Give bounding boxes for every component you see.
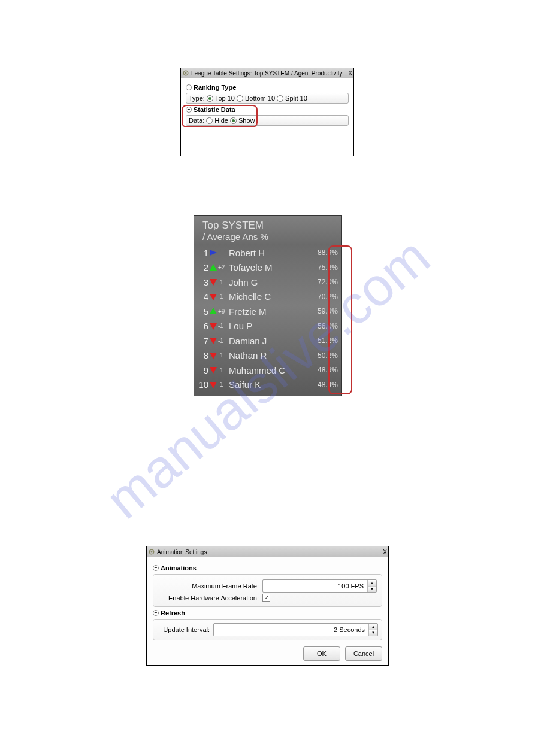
ok-button[interactable]: OK — [303, 646, 340, 661]
percent-value: 70.2% — [312, 293, 338, 301]
league-settings-dialog: League Table Settings: Top SYSTEM / Agen… — [180, 68, 354, 156]
hwaccel-checkbox[interactable]: ✓ — [262, 594, 270, 602]
agent-name: Lou P — [229, 321, 312, 331]
rank: 6 — [198, 321, 208, 331]
radio-hide[interactable] — [206, 117, 213, 124]
trend-arrow-icon — [208, 263, 218, 272]
rank: 4 — [198, 292, 208, 302]
percent-value: 56.0% — [312, 322, 338, 330]
svg-marker-3 — [210, 264, 217, 271]
radio-show[interactable] — [230, 117, 237, 124]
interval-label: Update Interval: — [157, 626, 210, 633]
trend-arrow-icon — [208, 336, 218, 345]
radio-split10-label: Split 10 — [285, 95, 307, 102]
gear-icon — [148, 548, 155, 555]
league-title-1: Top SYSTEM — [202, 220, 335, 232]
radio-top10-label: Top 10 — [215, 95, 235, 102]
percent-value: 50.2% — [312, 351, 338, 360]
section-header-label: Animations — [161, 564, 197, 572]
agent-name: John G — [229, 277, 312, 287]
type-label: Type: — [189, 95, 205, 102]
refresh-group: Update Interval: 2 Seconds ▲▼ — [153, 619, 382, 640]
trend-arrow-icon — [208, 278, 218, 286]
close-icon[interactable]: X — [383, 549, 387, 555]
agent-name: Tofayele M — [229, 262, 312, 272]
trend-arrow-icon — [208, 293, 218, 301]
rank-delta: -1 — [218, 293, 229, 300]
rank-delta: +9 — [218, 308, 229, 315]
section-header-label: Ranking Type — [194, 84, 236, 91]
percent-value: 72.0% — [312, 278, 338, 286]
trend-arrow-icon — [208, 351, 218, 360]
section-header-label: Statistic Data — [194, 106, 235, 113]
spinner-buttons[interactable]: ▲▼ — [367, 580, 376, 592]
league-table: Top SYSTEM / Average Ans % 1Robert H88.9… — [194, 215, 342, 396]
radio-hide-label: Hide — [214, 117, 228, 124]
close-icon[interactable]: X — [348, 70, 352, 77]
collapse-icon[interactable]: − — [153, 610, 159, 616]
framerate-row: Maximum Frame Rate: 100 FPS ▲▼ — [158, 579, 377, 593]
collapse-icon[interactable]: − — [153, 565, 159, 571]
svg-marker-2 — [210, 250, 217, 256]
animations-group: Maximum Frame Rate: 100 FPS ▲▼ Enable Ha… — [153, 574, 382, 607]
statistic-data-header[interactable]: − Statistic Data — [186, 106, 349, 113]
framerate-input[interactable]: 100 FPS ▲▼ — [262, 579, 377, 593]
svg-marker-11 — [210, 382, 217, 388]
hwaccel-label: Enable Hardware Acceleration: — [158, 594, 259, 602]
percent-value: 51.2% — [312, 336, 338, 345]
data-label: Data: — [189, 117, 204, 124]
spin-up-icon[interactable]: ▲ — [369, 624, 377, 630]
trend-arrow-icon — [208, 248, 218, 257]
animations-header[interactable]: − Animations — [153, 564, 382, 572]
rank-delta: -1 — [218, 352, 229, 359]
trend-arrow-icon — [208, 381, 218, 389]
dialog-button-row: OK Cancel — [153, 646, 382, 661]
svg-marker-8 — [210, 338, 217, 344]
percent-value: 88.9% — [312, 248, 338, 257]
percent-value: 48.9% — [312, 366, 338, 374]
cancel-button[interactable]: Cancel — [345, 646, 382, 661]
league-row: 7-1Damian J51.2% — [194, 333, 341, 348]
rank: 7 — [198, 336, 208, 346]
radio-bottom10[interactable] — [237, 95, 243, 102]
league-row: 2+2Tofayele M75.8% — [194, 260, 341, 275]
percent-value: 59.9% — [312, 307, 338, 315]
rank-delta: -1 — [218, 323, 229, 329]
svg-marker-4 — [210, 279, 217, 286]
rank: 3 — [198, 277, 208, 287]
svg-point-13 — [151, 551, 153, 553]
league-row: 3-1John G72.0% — [194, 275, 341, 290]
collapse-icon[interactable]: − — [186, 107, 192, 113]
league-row: 6-1Lou P56.0% — [194, 319, 341, 334]
agent-name: Damian J — [229, 336, 312, 346]
spin-up-icon[interactable]: ▲ — [368, 580, 376, 587]
section-header-label: Refresh — [161, 609, 185, 617]
rank-delta: -1 — [218, 381, 229, 388]
rank-delta: -1 — [218, 367, 229, 374]
spin-down-icon[interactable]: ▼ — [368, 587, 376, 593]
radio-show-label: Show — [238, 117, 255, 124]
refresh-header[interactable]: − Refresh — [153, 609, 382, 617]
framerate-value: 100 FPS — [263, 580, 367, 592]
svg-marker-6 — [210, 308, 217, 314]
spin-down-icon[interactable]: ▼ — [369, 630, 377, 636]
dialog-body: − Animations Maximum Frame Rate: 100 FPS… — [147, 557, 388, 666]
percent-value: 75.8% — [312, 263, 338, 272]
league-table-header: Top SYSTEM / Average Ans % — [194, 216, 341, 245]
svg-point-1 — [185, 72, 187, 74]
hwaccel-row: Enable Hardware Acceleration: ✓ — [158, 594, 377, 602]
gear-icon — [182, 69, 189, 77]
trend-arrow-icon — [208, 307, 218, 315]
radio-top10[interactable] — [207, 95, 213, 102]
interval-row: Update Interval: 2 Seconds ▲▼ — [157, 623, 378, 636]
ranking-type-row: Type: Top 10 Bottom 10 Split 10 — [186, 93, 349, 104]
dialog-titlebar: Animation Settings X — [147, 546, 388, 557]
dialog-body: − Ranking Type Type: Top 10 Bottom 10 Sp… — [181, 78, 353, 129]
radio-split10[interactable] — [277, 95, 283, 102]
spinner-buttons[interactable]: ▲▼ — [368, 624, 377, 636]
collapse-icon[interactable]: − — [186, 84, 192, 90]
interval-input[interactable]: 2 Seconds ▲▼ — [213, 623, 378, 636]
agent-name: Muhammed C — [229, 365, 312, 375]
trend-arrow-icon — [208, 366, 218, 374]
ranking-type-header[interactable]: − Ranking Type — [186, 84, 349, 91]
